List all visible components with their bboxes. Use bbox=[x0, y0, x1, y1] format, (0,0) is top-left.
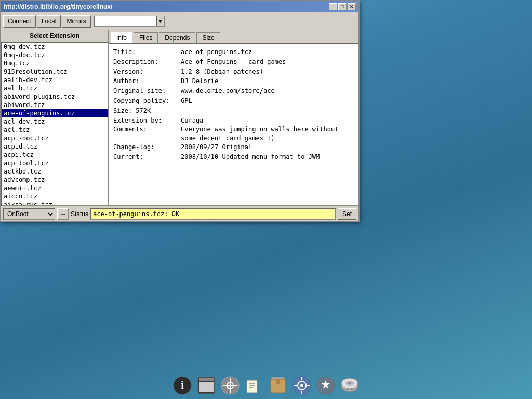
copying-policy-value: GPL bbox=[181, 97, 192, 105]
search-container: ▼ bbox=[94, 16, 165, 27]
list-item[interactable]: 0mq.tcz bbox=[2, 59, 108, 68]
status-value: ace-of-penguins.tcz: OK bbox=[90, 208, 336, 220]
svg-rect-4 bbox=[199, 382, 214, 392]
info-current-row: Current: 2008/10/10 Updated menu format … bbox=[113, 153, 354, 162]
list-item[interactable]: acl-dev.tcz bbox=[2, 117, 108, 126]
list-item[interactable]: acpi-doc.tcz bbox=[2, 134, 108, 142]
description-label: Description: bbox=[113, 58, 181, 66]
set-button[interactable]: Set bbox=[338, 208, 356, 220]
onboot-select[interactable]: OnBoot OnDemand None bbox=[3, 208, 55, 220]
list-item[interactable]: aewm++.tcz bbox=[2, 184, 108, 192]
search-input[interactable] bbox=[94, 16, 156, 27]
svg-text:i: i bbox=[181, 379, 184, 391]
window-title: http://distro.ibiblio.org/tinycorelinux/ bbox=[4, 3, 112, 10]
svg-rect-9 bbox=[247, 380, 257, 393]
current-label: Current: bbox=[113, 153, 181, 162]
connect-button[interactable]: Connect bbox=[3, 15, 36, 28]
taskbar: i bbox=[0, 372, 532, 399]
svg-point-18 bbox=[300, 384, 303, 387]
info-comments-continuation: some decent card games :) bbox=[113, 134, 354, 143]
current-value: 2008/10/10 Updated menu format to JWM bbox=[181, 153, 320, 162]
info-version-row: Version: 1.2-8 (Debian patches) bbox=[113, 68, 354, 76]
title-bar: http://distro.ibiblio.org/tinycorelinux/… bbox=[1, 1, 358, 12]
list-item[interactable]: aalib.tcz bbox=[2, 84, 108, 92]
info-description-row: Description: Ace of Penguins - card game… bbox=[113, 58, 354, 66]
svg-rect-3 bbox=[199, 378, 214, 381]
close-button[interactable]: ✕ bbox=[348, 3, 356, 10]
list-item[interactable]: aalib-dev.tcz bbox=[2, 76, 108, 84]
info-comments-row: Comments: Everyone was jumping on walls … bbox=[113, 126, 354, 133]
tab-info[interactable]: Info bbox=[111, 32, 132, 43]
description-value: Ace of Penguins - card games bbox=[181, 58, 286, 66]
taskbar-package-icon[interactable] bbox=[268, 375, 288, 396]
list-item[interactable]: 0mq-doc.tcz bbox=[2, 51, 108, 59]
left-panel: Select Extension 0mq-dev.tcz0mq-doc.tcz0… bbox=[1, 30, 109, 206]
extension-list[interactable]: 0mq-dev.tcz0mq-doc.tcz0mq.tcz915resoluti… bbox=[1, 42, 108, 206]
size-value: Size: 572K bbox=[113, 107, 151, 115]
svg-rect-15 bbox=[276, 379, 280, 384]
list-item[interactable]: acpid.tcz bbox=[2, 142, 108, 151]
tab-size[interactable]: Size bbox=[196, 32, 220, 43]
maximize-button[interactable]: □ bbox=[338, 3, 347, 10]
list-item[interactable]: acpitool.tcz bbox=[2, 159, 108, 167]
app-window: http://distro.ibiblio.org/tinycorelinux/… bbox=[0, 0, 360, 222]
title-label: Title: bbox=[113, 48, 181, 57]
local-button[interactable]: Local bbox=[37, 15, 61, 28]
version-value: 1.2-8 (Debian patches) bbox=[181, 68, 263, 76]
version-label: Version: bbox=[113, 68, 181, 76]
original-site-value: www.delorie.com/store/ace bbox=[181, 87, 275, 96]
status-bar: OnBoot OnDemand None → Status ace-of-pen… bbox=[1, 206, 358, 221]
svg-point-29 bbox=[348, 382, 351, 384]
taskbar-edit-icon[interactable] bbox=[244, 375, 264, 396]
taskbar-settings-icon[interactable] bbox=[291, 375, 312, 396]
taskbar-info-icon[interactable]: i bbox=[172, 375, 193, 396]
list-item[interactable]: ace-of-penguins.tcz bbox=[2, 109, 108, 117]
original-site-label: Original-site: bbox=[113, 87, 181, 96]
toolbar: Connect Local Mirrors ▼ bbox=[1, 12, 358, 30]
extension-by-value: Curaga bbox=[181, 116, 203, 125]
minimize-button[interactable]: _ bbox=[329, 3, 337, 10]
list-item[interactable]: advcomp.tcz bbox=[2, 176, 108, 184]
comments-label: Comments: bbox=[113, 126, 181, 133]
info-content: Title: ace-of-penguins.tcz Description: … bbox=[109, 43, 358, 206]
title-bar-buttons: _ □ ✕ bbox=[329, 3, 356, 10]
tabs: Info Files Depends Size bbox=[109, 30, 358, 43]
info-changelog-row: Change-log: 2008/09/27 Original bbox=[113, 143, 354, 152]
status-label: Status bbox=[71, 210, 88, 218]
list-item[interactable]: abiword.tcz bbox=[2, 101, 108, 109]
author-label: Author: bbox=[113, 77, 181, 86]
tab-files[interactable]: Files bbox=[134, 32, 158, 43]
copying-policy-label: Copying-policy: bbox=[113, 97, 181, 105]
taskbar-disk-icon[interactable] bbox=[339, 375, 360, 396]
right-panel: Info Files Depends Size Title: ace-of-pe… bbox=[109, 30, 358, 206]
author-value: DJ Delorie bbox=[181, 77, 218, 86]
list-item[interactable]: actkbd.tcz bbox=[2, 167, 108, 176]
status-dropdown: OnBoot OnDemand None bbox=[3, 208, 55, 220]
info-size-row: Size: 572K bbox=[113, 107, 354, 115]
tab-depends[interactable]: Depends bbox=[159, 32, 195, 43]
list-item[interactable]: aiksaurus.tcz bbox=[2, 201, 108, 206]
search-dropdown-arrow[interactable]: ▼ bbox=[156, 16, 165, 27]
mirrors-button[interactable]: Mirrors bbox=[62, 15, 90, 28]
list-item[interactable]: acpi.tcz bbox=[2, 151, 108, 159]
info-extension-by-row: Extension_by: Curaga bbox=[113, 116, 354, 125]
comments-value-line1: Everyone was jumping on walls here witho… bbox=[181, 126, 338, 133]
list-item[interactable]: 915resolution.tcz bbox=[2, 68, 108, 76]
info-copying-policy-row: Copying-policy: GPL bbox=[113, 97, 354, 105]
list-item[interactable]: abiword-plugins.tcz bbox=[2, 92, 108, 101]
list-item[interactable]: acl.tcz bbox=[2, 126, 108, 134]
list-item[interactable]: 0mq-dev.tcz bbox=[2, 43, 108, 51]
taskbar-apps-icon[interactable] bbox=[220, 375, 241, 396]
svg-rect-13 bbox=[272, 377, 284, 379]
change-log-label: Change-log: bbox=[113, 143, 181, 152]
title-value: ace-of-penguins.tcz bbox=[181, 48, 252, 57]
content-area: Select Extension 0mq-dev.tcz0mq-doc.tcz0… bbox=[1, 30, 358, 206]
info-title-row: Title: ace-of-penguins.tcz bbox=[113, 48, 354, 57]
change-log-value: 2008/09/27 Original bbox=[181, 143, 252, 152]
action-button[interactable]: → bbox=[57, 208, 69, 220]
list-item[interactable]: aiccu.tcz bbox=[2, 192, 108, 201]
panel-title: Select Extension bbox=[1, 30, 108, 42]
info-original-site-row: Original-site: www.delorie.com/store/ace bbox=[113, 87, 354, 96]
taskbar-config-icon[interactable] bbox=[315, 375, 336, 396]
taskbar-window-icon[interactable] bbox=[196, 375, 217, 396]
